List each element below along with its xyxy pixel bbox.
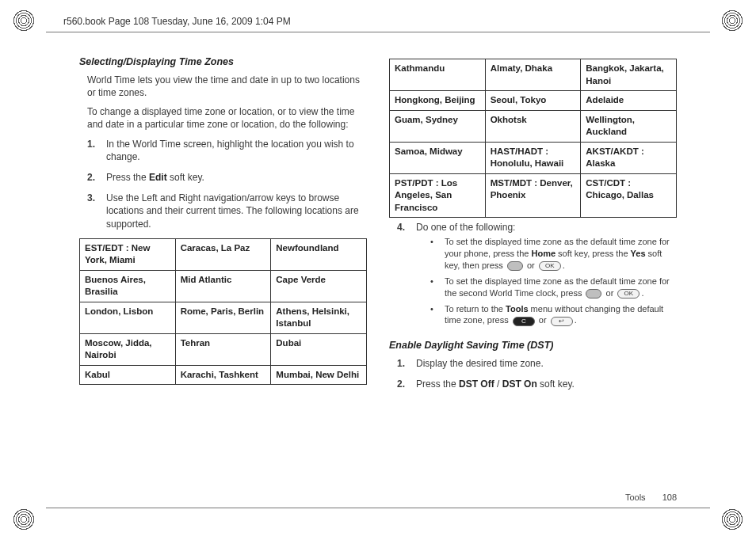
tz-cell: Buenos Aires, Brasilia	[80, 270, 176, 302]
document-header-note: r560.book Page 108 Tuesday, June 16, 200…	[63, 16, 291, 27]
step-item: 1.Display the desired time zone.	[389, 357, 677, 370]
tz-cell: Moscow, Jidda, Nairobi	[80, 333, 176, 365]
tz-cell: Mid Atlantic	[175, 270, 271, 302]
step-item: 4. Do one of the following: To set the d…	[389, 221, 677, 331]
step-text: Press the Edit soft key.	[106, 171, 204, 184]
tz-cell: Karachi, Tashkent	[175, 365, 271, 385]
page-body: Selecting/Displaying Time Zones World Ti…	[79, 55, 677, 485]
tz-cell: Okhotsk	[485, 110, 581, 142]
tz-cell: Almaty, Dhaka	[485, 59, 581, 91]
tz-cell: Samoa, Midway	[390, 142, 486, 173]
table-row: Samoa, Midway HAST/HADT : Honolulu, Hawa…	[390, 142, 677, 173]
tz-cell: Hongkong, Beijing	[390, 91, 486, 111]
left-column: Selecting/Displaying Time Zones World Ti…	[79, 55, 367, 485]
bullet-list: To set the displayed time zone as the de…	[416, 236, 677, 326]
tz-cell: Adelaide	[581, 91, 677, 111]
tz-cell: Wellington, Auckland	[581, 110, 677, 142]
corner-ornament-icon	[13, 10, 35, 32]
timezone-table: Kathmandu Almaty, Dhaka Bangkok, Jakarta…	[389, 59, 677, 218]
table-row: PST/PDT : Los Angeles, San Francisco MST…	[390, 173, 677, 218]
timezone-table: EST/EDT : New York, Miami Caracas, La Pa…	[79, 238, 367, 386]
table-row: Guam, Sydney Okhotsk Wellington, Aucklan…	[390, 110, 677, 142]
tz-cell: Bangkok, Jakarta, Hanoi	[581, 59, 677, 91]
page-footer: Tools 108	[625, 492, 677, 504]
step-text: Use the Left and Right navigation/arrow …	[106, 192, 367, 230]
table-row: Kathmandu Almaty, Dhaka Bangkok, Jakarta…	[390, 59, 677, 91]
tz-cell: EST/EDT : New York, Miami	[80, 238, 176, 270]
table-row: Buenos Aires, Brasilia Mid Atlantic Cape…	[80, 270, 367, 302]
step-text: Do one of the following:	[416, 222, 515, 233]
bullet-item: To return to the Tools menu without chan…	[416, 303, 677, 327]
tz-cell: Seoul, Tokyo	[485, 91, 581, 111]
crop-line	[46, 508, 710, 508]
crop-line	[46, 32, 710, 32]
clear-key-icon: C	[513, 317, 535, 326]
tz-cell: Guam, Sydney	[390, 110, 486, 142]
tz-cell: Newfoundland	[271, 238, 367, 270]
table-row: Kabul Karachi, Tashkent Mumbai, New Delh…	[80, 365, 367, 385]
page-number: 108	[662, 492, 677, 502]
corner-ornament-icon	[721, 10, 743, 32]
back-key-icon: ↩	[551, 317, 573, 326]
corner-ornament-icon	[721, 508, 743, 530]
step-text: Press the DST Off / DST On soft key.	[416, 378, 575, 390]
right-column: Kathmandu Almaty, Dhaka Bangkok, Jakarta…	[389, 55, 677, 485]
tz-cell: Tehran	[175, 333, 271, 365]
tz-cell: Caracas, La Paz	[175, 238, 271, 270]
ok-key-icon: OK	[617, 289, 640, 299]
table-row: London, Lisbon Rome, Paris, Berlin Athen…	[80, 302, 367, 333]
bullet-item: To set the displayed time zone as the de…	[416, 276, 677, 299]
nav-key-icon	[507, 261, 523, 271]
nav-key-icon	[586, 289, 601, 299]
table-row: Moscow, Jidda, Nairobi Tehran Dubai	[80, 333, 367, 365]
intro-text: To change a displayed time zone or locat…	[79, 105, 367, 131]
tz-cell: Athens, Helsinki, Istanbul	[271, 302, 367, 333]
tz-cell: Rome, Paris, Berlin	[175, 302, 271, 333]
intro-text: World Time lets you view the time and da…	[79, 74, 367, 99]
tz-cell: Kabul	[80, 365, 176, 385]
step-item: 2. Press the Edit soft key.	[79, 171, 367, 184]
tz-cell: AKST/AKDT : Alaska	[581, 142, 677, 173]
section-heading: Selecting/Displaying Time Zones	[79, 55, 367, 69]
tz-cell: Dubai	[271, 333, 367, 365]
table-row: EST/EDT : New York, Miami Caracas, La Pa…	[80, 238, 367, 270]
step-item: 2. Press the DST Off / DST On soft key.	[389, 378, 677, 390]
tz-cell: Kathmandu	[390, 59, 486, 91]
corner-ornament-icon	[13, 508, 35, 530]
tz-cell: PST/PDT : Los Angeles, San Francisco	[390, 173, 486, 218]
step-item: 1.In the World Time screen, highlight th…	[79, 138, 367, 163]
tz-cell: HAST/HADT : Honolulu, Hawaii	[485, 142, 581, 173]
section-heading: Enable Daylight Saving Time (DST)	[389, 339, 677, 352]
footer-section-label: Tools	[625, 492, 646, 502]
ok-key-icon: OK	[539, 261, 561, 271]
tz-cell: MST/MDT : Denver, Phoenix	[485, 173, 581, 218]
step-item: 3.Use the Left and Right navigation/arro…	[79, 192, 367, 230]
table-row: Hongkong, Beijing Seoul, Tokyo Adelaide	[390, 91, 677, 111]
tz-cell: Mumbai, New Delhi	[271, 365, 367, 385]
tz-cell: CST/CDT : Chicago, Dallas	[581, 173, 677, 218]
step-text: In the World Time screen, highlight the …	[106, 138, 367, 163]
steps-list: 1.Display the desired time zone. 2. Pres…	[389, 357, 677, 390]
tz-cell: Cape Verde	[271, 270, 367, 302]
step-text: Display the desired time zone.	[416, 357, 544, 370]
steps-list: 1.In the World Time screen, highlight th…	[79, 138, 367, 230]
bullet-item: To set the displayed time zone as the de…	[416, 236, 677, 272]
steps-list: 4. Do one of the following: To set the d…	[389, 221, 677, 331]
tz-cell: London, Lisbon	[80, 302, 176, 333]
